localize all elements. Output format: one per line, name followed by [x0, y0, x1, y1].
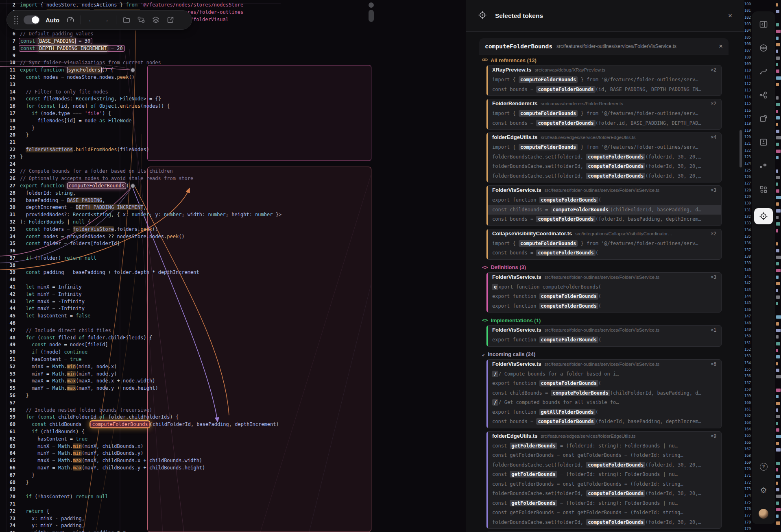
- code-text[interactable]: for (const [id, node] of Object.entries(…: [20, 103, 170, 109]
- code-text[interactable]: // Filter to only file nodes: [20, 89, 108, 95]
- code-text[interactable]: if (!hasContent) return null: [20, 494, 108, 499]
- code-text[interactable]: export function computeFolderBounds(: [20, 182, 129, 189]
- code-text[interactable]: minX = Math.min(minX, node.x): [20, 364, 117, 369]
- reference-file-card[interactable]: folderEdgeUtils.tssrc/features/edges/ser…: [486, 431, 722, 529]
- code-text[interactable]: folderVisActions.buildFromNodes(fileNode…: [20, 147, 149, 152]
- code-text[interactable]: const folder = folders[folderId]: [20, 241, 120, 246]
- reference-line[interactable]: const getFolderBounds = onst getFolderBo…: [486, 451, 721, 460]
- card-header[interactable]: FolderRenderer.tssrc/canvas/renderers/Fo…: [486, 100, 721, 109]
- code-text[interactable]: let maxY = -Infinity: [20, 306, 85, 311]
- code-line[interactable]: 15 const fileNodes: Record<string, FileN…: [0, 96, 371, 103]
- code-line[interactable]: 44 let maxY = -Infinity: [0, 305, 371, 313]
- reference-line[interactable]: const getFolderBounds = (folderId: strin…: [486, 441, 721, 451]
- edge-anchor-dot[interactable]: [130, 67, 135, 73]
- grid-icon[interactable]: [759, 185, 768, 194]
- code-text[interactable]: // Include direct child files: [20, 328, 111, 333]
- code-text[interactable]: minY = Math.min(minY, childBounds.y): [20, 450, 144, 456]
- code-text[interactable]: maxX = Math.max(maxX, node.x + node.widt…: [20, 378, 155, 384]
- reference-line[interactable]: folderBoundsCache.set(folderId, computeF…: [486, 162, 721, 172]
- code-line[interactable]: 58 // Include nested folder bounds (recu…: [0, 407, 371, 414]
- code-text[interactable]: minY = Math.min(minY, node.y): [20, 371, 117, 377]
- code-text[interactable]: }: [20, 125, 35, 131]
- code-line[interactable]: 13: [0, 81, 371, 89]
- code-line[interactable]: 62 hasContent = true: [0, 436, 371, 443]
- help-icon[interactable]: ?: [759, 462, 768, 471]
- reference-line[interactable]: const getFolderBounds = onst getFolderBo…: [486, 480, 721, 489]
- code-text[interactable]: fileNodes[id] = node as FileNode: [20, 118, 132, 124]
- reference-line[interactable]: // Get computed bounds for all visible f…: [486, 398, 721, 408]
- code-line[interactable]: 17 if (node.type === 'file') {: [0, 110, 371, 117]
- code-text[interactable]: x: minX - padding,: [20, 516, 85, 521]
- code-text[interactable]: import { nodesStore, nodesActions } from…: [20, 2, 243, 8]
- code-line[interactable]: 26// Optionally accepts nodes to avoid s…: [0, 175, 371, 182]
- reference-line[interactable]: const getFolderBounds = onst getFolderBo…: [486, 508, 721, 518]
- reference-file-card[interactable]: FolderRenderer.tssrc/canvas/renderers/Fo…: [486, 99, 722, 130]
- reference-line[interactable]: const getFolderBounds = (folderId: strin…: [486, 499, 721, 508]
- code-text[interactable]: ): FolderBounds | null {: [20, 219, 90, 225]
- reference-file-card[interactable]: folderEdgeUtils.tssrc/features/edges/ser…: [486, 132, 722, 182]
- reference-line[interactable]: const bounds = computeFolderBounds(folde…: [486, 119, 721, 128]
- token-chip[interactable]: DEPTH_PADDING_INCREMENT: [38, 45, 108, 52]
- reference-line[interactable]: // Compute bounds for a folder based on …: [486, 369, 721, 379]
- folder-icon[interactable]: [122, 15, 131, 24]
- gauge-icon[interactable]: [66, 15, 75, 24]
- reference-line[interactable]: const getFolderBounds = (folderId: strin…: [486, 470, 721, 480]
- code-line[interactable]: 43 let maxX = -Infinity: [0, 298, 371, 306]
- code-line[interactable]: 21: [0, 139, 371, 146]
- code-text[interactable]: }: [20, 480, 29, 485]
- diff-icon[interactable]: [759, 137, 768, 147]
- code-text[interactable]: minX = Math.min(minX, childBounds.x): [20, 443, 144, 449]
- code-line[interactable]: 9: [0, 52, 371, 60]
- code-text[interactable]: if (!folder) return null: [20, 255, 96, 261]
- asterisk-tool-icon[interactable]: [759, 161, 768, 171]
- card-header[interactable]: folderEdgeUtils.tssrc/features/edges/ser…: [486, 433, 721, 441]
- code-line[interactable]: 66 maxY = Math.max(maxY, childBounds.y +…: [0, 465, 371, 472]
- code-line[interactable]: 38: [0, 262, 371, 269]
- code-line[interactable]: 2import { nodesStore, nodesActions } fro…: [0, 2, 371, 9]
- reference-line[interactable]: folderBoundsCache.set(folderId, computeF…: [486, 518, 721, 528]
- code-text[interactable]: }: [20, 132, 29, 138]
- code-line[interactable]: 35 const folder = folders[folderId]: [0, 240, 371, 248]
- code-line[interactable]: 54 maxX = Math.max(maxX, node.x + node.w…: [0, 378, 371, 385]
- connection-curve-icon[interactable]: [759, 67, 768, 76]
- back-arrow-icon[interactable]: ←: [87, 15, 96, 24]
- code-line[interactable]: 34 const nodes = providedNodes ?? nodesS…: [0, 233, 371, 241]
- layers-icon[interactable]: [151, 15, 160, 24]
- code-text[interactable]: const BASE_PADDING = 30: [19, 38, 92, 44]
- code-line[interactable]: 46: [0, 320, 371, 327]
- panel-toggle-icon[interactable]: [759, 20, 768, 29]
- reference-line[interactable]: export function computeFolderBounds(: [486, 335, 721, 345]
- rotate-icon[interactable]: [759, 114, 768, 124]
- section-header-refs[interactable]: All references (13): [479, 55, 729, 65]
- token-chip[interactable]: BASE_PADDING: [38, 38, 76, 44]
- reference-line[interactable]: folderBoundsCache.set(folderId, computeF…: [486, 172, 721, 181]
- code-line[interactable]: 40: [0, 276, 371, 284]
- card-header[interactable]: FolderVisService.tssrc/features/folder-o…: [486, 327, 721, 335]
- code-line[interactable]: 24: [0, 161, 371, 168]
- code-text[interactable]: hasContent = true: [20, 436, 87, 442]
- card-header[interactable]: FolderVisService.tssrc/features/folder-o…: [486, 274, 721, 282]
- reference-file-card[interactable]: FolderVisService.tssrc/features/folder-o…: [486, 185, 722, 226]
- code-line[interactable]: 55 maxY = Math.max(maxY, node.y + node.h…: [0, 385, 371, 392]
- card-header[interactable]: FolderVisService.tssrc/features/folder-o…: [486, 187, 721, 195]
- user-avatar[interactable]: [759, 509, 768, 519]
- code-line[interactable]: 42 let minY = Infinity: [0, 291, 371, 298]
- code-line[interactable]: 28 folderId: string,: [0, 190, 371, 197]
- code-text[interactable]: }: [20, 472, 35, 478]
- reference-line[interactable]: const bounds = computeFolderBounds(id, B…: [486, 85, 721, 95]
- section-header-impls[interactable]: <>Implementations (1): [479, 315, 729, 325]
- code-text[interactable]: if (!node) continue: [20, 349, 87, 355]
- reference-file-card[interactable]: FolderVisService.tssrc/features/folder-o…: [486, 272, 722, 313]
- reference-line[interactable]: folderBoundsCache.set(folderId, computeF…: [486, 152, 721, 162]
- code-text[interactable]: // Default padding values: [20, 31, 94, 37]
- token-chip[interactable]: syncFolders: [67, 67, 102, 73]
- code-line[interactable]: 11export function syncFolders() {: [0, 67, 371, 74]
- code-text[interactable]: // Sync folder visualizations from curre…: [20, 60, 161, 65]
- code-text[interactable]: folderId: string,: [20, 190, 76, 196]
- card-header[interactable]: CollapseVisibilityCoordinator.tssrc/inte…: [486, 230, 721, 239]
- graph-icon[interactable]: [759, 90, 768, 100]
- reference-file-card[interactable]: FolderVisService.tssrc/features/folder-o…: [486, 359, 722, 428]
- code-line[interactable]: 19 }: [0, 125, 371, 132]
- code-line[interactable]: 7const BASE_PADDING = 30: [0, 38, 371, 45]
- code-line[interactable]: 16 for (const [id, node] of Object.entri…: [0, 103, 371, 110]
